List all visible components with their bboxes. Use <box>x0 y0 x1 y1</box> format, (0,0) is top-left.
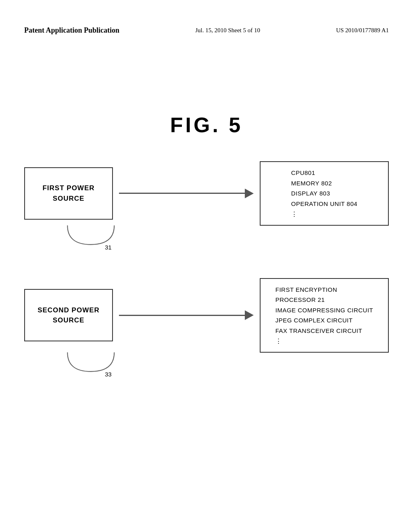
connector-label-2: 33 <box>105 371 112 378</box>
cpu-components-box: CPU801 MEMORY 802 DISPLAY 803 OPERATION … <box>260 161 389 226</box>
arrow-1 <box>113 185 260 202</box>
arrow-2 <box>113 307 260 323</box>
publication-number: US 2010/0177889 A1 <box>336 26 389 35</box>
arrow-shaft-2 <box>119 310 254 320</box>
first-power-source-label: FIRST POWER SOURCE <box>42 183 94 204</box>
figure-title: FIG. 5 <box>0 113 413 137</box>
arrow-shaft-1 <box>119 189 254 198</box>
connector-bracket-1 <box>63 223 115 247</box>
diagram-row-2: SECOND POWER SOURCE 33 FIRST ENCRYPTION … <box>24 278 389 353</box>
publication-date-sheet: Jul. 15, 2010 Sheet 5 of 10 <box>195 26 260 35</box>
cpu-components-label: CPU801 MEMORY 802 DISPLAY 803 OPERATION … <box>291 168 357 219</box>
second-power-source-label: SECOND POWER SOURCE <box>38 305 100 326</box>
second-power-source-box: SECOND POWER SOURCE <box>24 289 113 341</box>
first-power-source-box: FIRST POWER SOURCE <box>24 167 113 220</box>
connector-label-1: 31 <box>105 244 112 251</box>
connector-bracket-2 <box>63 350 115 374</box>
encryption-components-box: FIRST ENCRYPTION PROCESSOR 21 IMAGE COMP… <box>260 278 389 353</box>
page-header: Patent Application Publication Jul. 15, … <box>0 26 413 35</box>
encryption-components-label: FIRST ENCRYPTION PROCESSOR 21 IMAGE COMP… <box>275 285 373 346</box>
diagram-row-1: FIRST POWER SOURCE 31 CPU801 MEMORY 802 … <box>24 161 389 226</box>
diagram: FIRST POWER SOURCE 31 CPU801 MEMORY 802 … <box>24 161 389 389</box>
publication-label: Patent Application Publication <box>24 26 119 35</box>
